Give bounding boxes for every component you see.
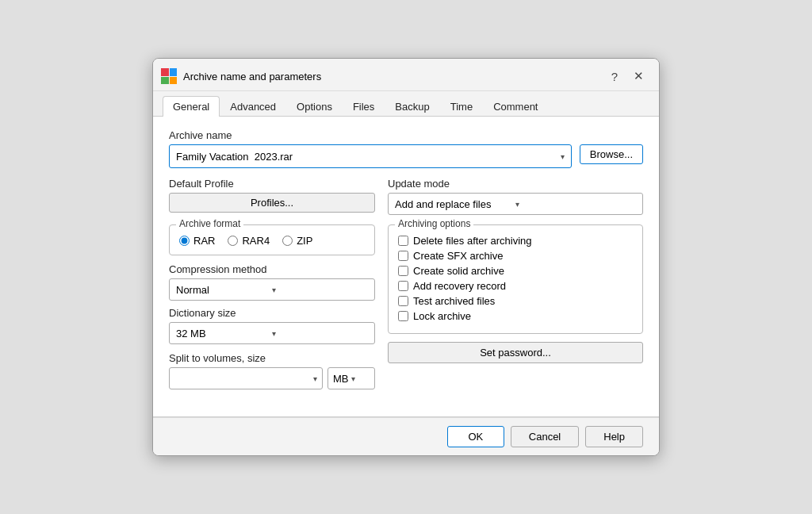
tab-general[interactable]: General [163,96,220,117]
dialog-title: Archive name and parameters [183,71,605,82]
split-section: Split to volumes, size ▾ MB ▾ [169,352,375,389]
format-rar4-label[interactable]: RAR4 [228,235,270,247]
profile-update-row: Default Profile Profiles... Update mode … [169,178,643,215]
archive-name-label: Archive name [169,129,643,141]
archive-name-input-container: ▾ [169,144,572,168]
create-sfx-label[interactable]: Create SFX archive [398,250,633,262]
split-arrow[interactable]: ▾ [313,374,317,383]
split-value-input[interactable] [174,373,313,385]
tab-files[interactable]: Files [343,96,385,117]
test-archived-label[interactable]: Test archived files [398,295,633,307]
tab-backup[interactable]: Backup [385,96,439,117]
archive-dialog: Archive name and parameters ? ✕ General … [152,58,660,456]
delete-files-label[interactable]: Delete files after archiving [398,235,633,247]
update-mode-label: Update mode [388,178,643,190]
lock-archive-label[interactable]: Lock archive [398,310,633,322]
checkboxes-container: Delete files after archiving Create SFX … [398,232,633,322]
create-sfx-checkbox[interactable] [398,251,408,261]
unit-arrow: ▾ [351,374,370,383]
format-zip-radio[interactable] [282,236,293,246]
format-rar-label[interactable]: RAR [179,235,215,247]
create-solid-checkbox[interactable] [398,266,408,276]
archiving-options-group: Archiving options Delete files after arc… [388,224,643,334]
format-radio-group: RAR RAR4 ZIP [179,232,365,247]
archive-name-row: ▾ Browse... [169,144,643,168]
profiles-button[interactable]: Profiles... [169,193,375,213]
app-icon [161,68,177,84]
update-mode-select[interactable]: Add and replace files ▾ [388,193,643,215]
close-button[interactable]: ✕ [629,67,648,86]
tab-time[interactable]: Time [440,96,483,117]
tab-options[interactable]: Options [286,96,343,117]
set-password-button[interactable]: Set password... [388,342,643,363]
split-label: Split to volumes, size [169,352,375,364]
add-recovery-checkbox[interactable] [398,281,408,291]
test-archived-checkbox[interactable] [398,296,408,306]
help-footer-button[interactable]: Help [585,426,643,447]
tab-comment[interactable]: Comment [483,96,548,117]
create-solid-label[interactable]: Create solid archive [398,265,633,277]
archive-format-title: Archive format [176,218,243,229]
dictionary-value: 32 MB [176,328,272,339]
split-input-container: ▾ [169,367,323,389]
title-controls: ? ✕ [605,67,648,86]
compression-value: Normal [176,284,272,296]
browse-button[interactable]: Browse... [580,144,643,164]
format-rar4-radio[interactable] [228,236,238,246]
unit-select[interactable]: MB ▾ [327,367,375,389]
delete-files-checkbox[interactable] [398,236,408,246]
dictionary-section: Dictionary size 32 MB ▾ [169,307,375,344]
archiving-options-title: Archiving options [395,218,473,229]
dictionary-select[interactable]: 32 MB ▾ [169,322,375,344]
left-column: Archive format RAR RAR4 ZIP [169,224,375,394]
archive-name-section: Archive name ▾ Browse... [169,129,643,168]
compression-select[interactable]: Normal ▾ [169,278,375,301]
tab-bar: General Advanced Options Files Backup Ti… [153,91,659,117]
update-mode-arrow: ▾ [515,200,636,209]
unit-value: MB [333,373,351,385]
update-mode-value: Add and replace files [395,198,515,210]
dictionary-label: Dictionary size [169,307,375,319]
archive-name-arrow[interactable]: ▾ [561,152,565,161]
profile-section: Default Profile Profiles... [169,178,375,215]
dictionary-arrow: ▾ [272,329,368,338]
cancel-button[interactable]: Cancel [511,426,579,447]
archive-format-group: Archive format RAR RAR4 ZIP [169,224,375,255]
update-mode-section: Update mode Add and replace files ▾ [388,178,643,215]
ok-button[interactable]: OK [447,426,504,447]
format-options-row: Archive format RAR RAR4 ZIP [169,224,643,394]
compression-section: Compression method Normal ▾ [169,263,375,301]
archive-name-input[interactable] [176,151,561,163]
dialog-footer: OK Cancel Help [153,417,659,455]
add-recovery-label[interactable]: Add recovery record [398,280,633,292]
lock-archive-checkbox[interactable] [398,311,408,321]
dialog-content: Archive name ▾ Browse... Default Profile… [153,117,659,417]
profile-label: Default Profile [169,178,375,190]
help-button[interactable]: ? [605,67,624,86]
split-row: ▾ MB ▾ [169,367,375,389]
format-zip-label[interactable]: ZIP [282,235,312,247]
compression-arrow: ▾ [272,286,368,294]
title-bar: Archive name and parameters ? ✕ [153,59,659,91]
right-column: Archiving options Delete files after arc… [388,224,643,394]
tab-advanced[interactable]: Advanced [220,96,286,117]
format-rar-radio[interactable] [179,236,190,246]
compression-label: Compression method [169,263,375,275]
